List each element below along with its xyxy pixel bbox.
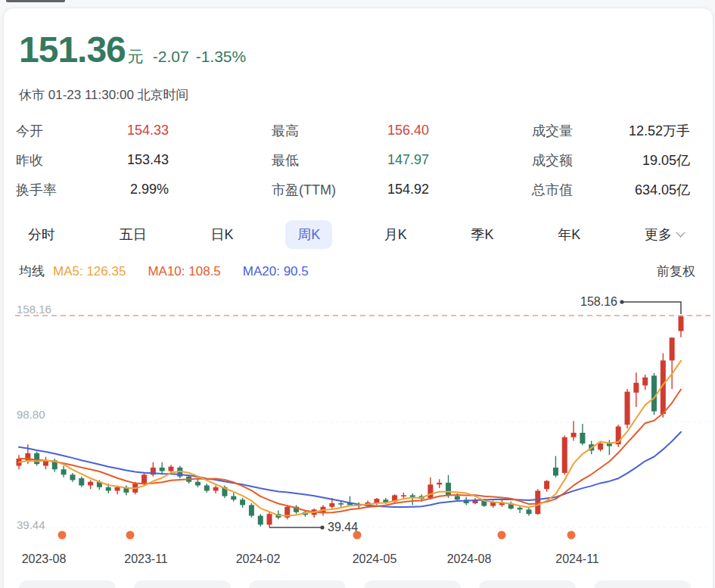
tab-label: 月K	[384, 226, 407, 244]
footer-pill-button[interactable]	[594, 580, 691, 588]
stat-label: 换手率	[16, 181, 57, 199]
stat-label: 成交量	[532, 122, 573, 140]
y-axis-tick-max: 158.16	[17, 303, 51, 316]
tab-月K[interactable]: 月K	[372, 220, 419, 249]
tab-日K[interactable]: 日K	[198, 220, 245, 249]
tab-label: 五日	[120, 226, 147, 244]
ma-legend-prefix: 均线	[19, 263, 45, 280]
event-dot[interactable]	[58, 531, 67, 540]
stat-row: 成交额19.05亿	[532, 145, 690, 175]
tab-季K[interactable]: 季K	[459, 220, 506, 249]
tab-label: 季K	[471, 226, 494, 244]
stat-value: 2.99%	[130, 182, 169, 198]
stat-value: 19.05亿	[642, 151, 690, 170]
footer-pill-button[interactable]	[364, 580, 461, 588]
quote-stats-column-1: 今开154.33昨收153.43换手率2.99%	[16, 116, 169, 204]
x-axis-label: 2024-05	[353, 552, 397, 566]
tab-label: 分时	[28, 226, 55, 244]
event-dot[interactable]	[498, 531, 506, 540]
quote-stats-column-2: 最高156.40最低147.97市盈(TTM)154.92	[272, 116, 429, 204]
stat-value: 147.97	[387, 152, 429, 168]
footer-pill-button[interactable]	[19, 580, 116, 588]
price-change: -2.07	[153, 48, 189, 66]
ma5-legend: MA5: 126.35	[53, 264, 126, 279]
price-header: 151.36 元 -2.07 -1.35%	[19, 29, 246, 70]
stat-row: 成交量12.52万手	[532, 116, 690, 145]
x-axis-label: 2023-11	[124, 552, 168, 566]
x-axis-label: 2023-08	[22, 552, 67, 566]
tab-周K[interactable]: 周K	[285, 220, 332, 249]
footer-pill-button[interactable]	[134, 580, 231, 588]
ma20-legend: MA20: 90.5	[243, 264, 309, 279]
price-adjust-mode[interactable]: 前复权	[657, 263, 695, 280]
tab-更多[interactable]: 更多	[633, 220, 696, 249]
event-dot[interactable]	[567, 531, 576, 540]
stat-row: 昨收153.43	[16, 145, 169, 175]
stat-row: 换手率2.99%	[16, 175, 169, 204]
tab-label: 更多	[645, 226, 672, 244]
stat-value: 154.33	[127, 123, 169, 138]
stat-row: 最低147.97	[272, 145, 429, 175]
high-price-annotation: 158.16	[566, 295, 617, 309]
stat-label: 最低	[272, 151, 299, 170]
kline-period-tabs: 分时五日日K周K月K季K年K更多	[16, 219, 696, 250]
stat-label: 总市值	[532, 181, 573, 199]
x-axis-label: 2024-02	[236, 552, 281, 566]
stat-value: 156.40	[387, 123, 429, 138]
stat-value: 154.92	[387, 182, 429, 198]
tab-label: 日K	[210, 226, 233, 244]
y-axis-tick-min: 39.44	[17, 518, 45, 531]
stat-label: 市盈(TTM)	[272, 181, 336, 199]
stat-label: 昨收	[16, 151, 43, 170]
footer-pill-button[interactable]	[249, 580, 346, 588]
top-left-accent-line	[6, 0, 65, 2]
stat-row: 今开154.33	[16, 116, 169, 145]
chevron-down-icon	[676, 228, 685, 238]
x-axis-label: 2024-11	[555, 552, 599, 566]
ma-legend: 均线 MA5: 126.35 MA10: 108.5 MA20: 90.5	[19, 263, 331, 280]
currency-unit: 元	[128, 46, 144, 67]
y-axis-tick-mid: 98.80	[17, 408, 45, 421]
tab-label: 年K	[558, 226, 580, 244]
tab-分时[interactable]: 分时	[16, 220, 67, 249]
market-status-line: 休市 01-23 11:30:00 北京时间	[19, 86, 189, 104]
kline-chart[interactable]	[0, 291, 715, 552]
quote-stats-column-3: 成交量12.52万手成交额19.05亿总市值634.05亿	[532, 116, 690, 204]
stat-value: 153.43	[127, 152, 169, 168]
stat-value: 634.05亿	[635, 181, 690, 199]
stat-label: 最高	[272, 122, 299, 140]
stat-row: 市盈(TTM)154.92	[272, 175, 429, 204]
stat-row: 总市值634.05亿	[532, 175, 690, 204]
low-price-annotation: 39.44	[328, 521, 358, 534]
stat-row: 最高156.40	[272, 116, 429, 145]
stat-value: 12.52万手	[629, 122, 690, 140]
stat-label: 成交额	[532, 151, 573, 170]
tab-年K[interactable]: 年K	[546, 220, 592, 249]
tab-label: 周K	[297, 226, 320, 244]
ma10-legend: MA10: 108.5	[148, 264, 220, 279]
price-change-percent: -1.35%	[196, 48, 247, 66]
event-dot[interactable]	[126, 531, 135, 540]
tab-五日[interactable]: 五日	[107, 220, 159, 249]
current-price: 151.36	[19, 29, 126, 70]
x-axis-label: 2024-08	[447, 552, 492, 566]
stat-label: 今开	[16, 122, 43, 140]
footer-pill-button[interactable]	[479, 580, 576, 588]
